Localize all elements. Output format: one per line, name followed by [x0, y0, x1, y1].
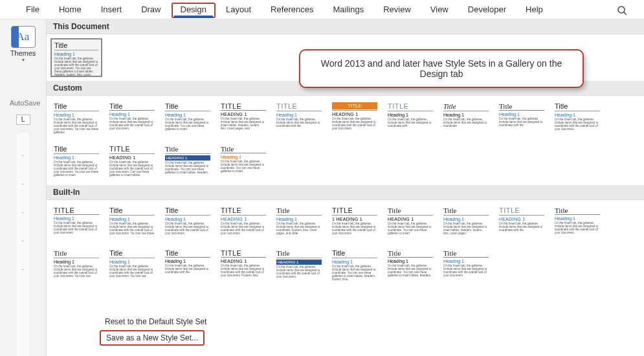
tile-body: On the Insert tab, the galleries include… [221, 160, 266, 173]
tile-heading: Heading 1 [221, 217, 266, 221]
tile-heading: Heading 1 [276, 217, 322, 221]
tile-title: Title [165, 145, 210, 153]
save-new-style-set[interactable]: Save as a New Style Set... [100, 330, 205, 346]
style-set-tile[interactable]: TitleHeading 1On the Insert tab, the gal… [217, 247, 269, 285]
tile-divider [54, 258, 99, 258]
tile-title: Title [109, 102, 155, 111]
style-set-tile[interactable]: TitleHeading 1On the Insert tab, the gal… [440, 247, 492, 285]
gallery-footer: Reset to the Default Style Set Save as a… [93, 312, 644, 348]
style-set-tile[interactable]: TitleHeading 1On the Insert tab, the gal… [50, 38, 102, 77]
tile-title: Title [499, 206, 544, 214]
tile-heading: Heading 1 [276, 113, 322, 117]
ribbon-tab-home[interactable]: Home [50, 3, 91, 18]
style-set-tile[interactable]: TitleHeading 1On the Insert tab, the gal… [273, 204, 325, 243]
style-set-tile[interactable]: TitleHeading 1On the Insert tab, the gal… [329, 247, 381, 285]
tile-title: Title [499, 102, 544, 111]
tile-divider [276, 111, 322, 111]
tile-title: Title [165, 249, 210, 258]
style-set-tile[interactable]: TitleHeading 1On the Insert tab, the gal… [162, 247, 214, 285]
style-set-tile[interactable]: TitleHeading 1On the Insert tab, the gal… [384, 100, 436, 139]
tile-title: Title [555, 102, 600, 110]
tile-body: On the Insert tab, the galleries include… [221, 264, 266, 277]
ribbon-tab-developer[interactable]: Developer [459, 3, 515, 18]
style-set-tile[interactable]: TitleHEADING 1On the Insert tab, the gal… [162, 142, 214, 181]
style-set-tile[interactable]: TitleHEADING 1On the Insert tab, the gal… [273, 247, 325, 285]
style-set-tile[interactable]: TitleHeading 1On the Insert tab, the gal… [440, 204, 492, 243]
tile-title: Title [443, 102, 489, 110]
tile-divider [388, 111, 433, 111]
style-set-tile[interactable]: TitleHeading 1On the Insert tab, the gal… [384, 247, 436, 285]
style-set-tile[interactable]: TitleHeading 1On the Insert tab, the gal… [106, 100, 158, 139]
tile-title: Title [221, 102, 266, 111]
style-set-tile[interactable]: TitleHeading 1On the Insert tab, the gal… [551, 204, 603, 243]
ribbon-tab-layout[interactable]: Layout [217, 3, 260, 18]
tile-body: On the Insert tab, the galleries include… [54, 118, 99, 134]
style-set-tile[interactable]: TitleHeading 1On the Insert tab, the gal… [273, 100, 325, 139]
tile-title: Title [443, 206, 489, 214]
ribbon-tab-references[interactable]: References [261, 3, 322, 18]
tile-body: On the Insert tab, the galleries include… [109, 222, 155, 235]
ribbon-tab-mailings[interactable]: Mailings [324, 3, 373, 18]
ribbon-tab-insert[interactable]: Insert [92, 3, 131, 18]
ribbon-tab-help[interactable]: Help [516, 3, 552, 18]
tile-heading: Heading 1 [388, 217, 433, 221]
tile-body: On the Insert tab, the galleries include… [276, 222, 322, 235]
autosave-label: AutoSave [6, 99, 41, 107]
tile-title: Title [332, 206, 377, 214]
tile-divider [332, 215, 377, 216]
style-set-tile[interactable]: TitleHeading 1On the Insert tab, the gal… [50, 247, 102, 285]
ruler-tick: - [22, 209, 24, 216]
style-set-tile[interactable]: TitleHeading 1On the Insert tab, the gal… [496, 100, 548, 139]
style-set-tile[interactable]: TitleHeading 1On the Insert tab, the gal… [106, 142, 158, 181]
style-set-tile[interactable]: TitleHeading 1On the Insert tab, the gal… [440, 100, 492, 139]
tile-body: On the Insert tab, the galleries include… [109, 161, 155, 177]
style-set-tile[interactable]: TitleHeading 1On the Insert tab, the gal… [50, 142, 102, 181]
style-set-tile[interactable]: TitleHeading 1On the Insert tab, the gal… [217, 100, 269, 139]
style-set-tile[interactable]: TitleHeading 1On the Insert tab, the gal… [106, 247, 158, 285]
tile-divider [54, 111, 99, 111]
style-set-tile[interactable]: TitleHeading 1On the Insert tab, the gal… [106, 204, 158, 243]
tile-divider [388, 215, 433, 216]
style-set-tile[interactable]: TitleHeading 1On the Insert tab, the gal… [50, 204, 102, 243]
style-set-tile[interactable]: TitleHeading 1On the Insert tab, the gal… [162, 100, 214, 139]
tile-title: Title [109, 249, 155, 257]
style-set-tile[interactable]: TitleHeading 1On the Insert tab, the gal… [551, 100, 603, 139]
tile-title: Title [332, 249, 377, 257]
style-set-tile[interactable]: TitleHeading 1On the Insert tab, the gal… [162, 204, 214, 243]
tile-divider [54, 50, 98, 50]
reset-default-style-set[interactable]: Reset to the Default Style Set [93, 315, 644, 329]
ribbon-tab-review[interactable]: Review [374, 3, 420, 18]
ribbon-tab-file[interactable]: File [17, 3, 49, 18]
style-set-tile[interactable]: TitleHeading 1On the Insert tab, the gal… [217, 142, 269, 181]
tile-body: On the Insert tab, the galleries include… [443, 264, 489, 277]
style-set-tile[interactable]: TitleHeading 1On the Insert tab, the gal… [50, 100, 102, 139]
themes-button[interactable]: Aa Themes ▾ [10, 23, 36, 63]
tile-heading: Heading 1 [443, 217, 489, 221]
section-header-this-document: This Document [47, 19, 644, 34]
style-set-tile[interactable]: TitleHeading 1On the Insert tab, the gal… [496, 204, 548, 243]
tile-body: On the Insert tab, the galleries include… [443, 222, 489, 235]
tile-heading: Heading 1 [109, 260, 155, 264]
tile-divider [443, 111, 489, 111]
ribbon-tab-draw[interactable]: Draw [132, 3, 170, 18]
style-set-tile[interactable]: Title1 Heading 1On the Insert tab, the g… [329, 204, 381, 243]
search-icon[interactable] [617, 5, 627, 16]
tiles-custom: TitleHeading 1On the Insert tab, the gal… [47, 96, 644, 185]
tile-title: Title [54, 206, 99, 215]
tile-divider [165, 215, 210, 216]
style-set-tile[interactable]: TitleHeading 1On the Insert tab, the gal… [217, 204, 269, 243]
style-set-tile[interactable]: TitleHeading 1On the Insert tab, the gal… [384, 204, 436, 243]
tile-title: Title [221, 145, 266, 153]
ribbon-tab-design[interactable]: Design [172, 3, 216, 18]
tile-heading: Heading 1 [332, 112, 377, 117]
main-area: Aa Themes ▾ AutoSave L ----- Word 2013 a… [0, 19, 644, 356]
style-set-tile[interactable]: TitleHeading 1On the Insert tab, the gal… [329, 100, 381, 139]
tile-divider [443, 215, 489, 216]
ribbon-tab-view[interactable]: View [421, 3, 458, 18]
tile-heading: Heading 1 [165, 217, 210, 221]
tile-body: On the Insert tab, the galleries include… [388, 264, 433, 277]
tab-stop-button[interactable]: L [16, 115, 30, 125]
tile-title: Title [276, 206, 322, 214]
tile-body: On the Insert tab, the galleries include… [54, 221, 99, 234]
tile-divider [165, 111, 210, 111]
